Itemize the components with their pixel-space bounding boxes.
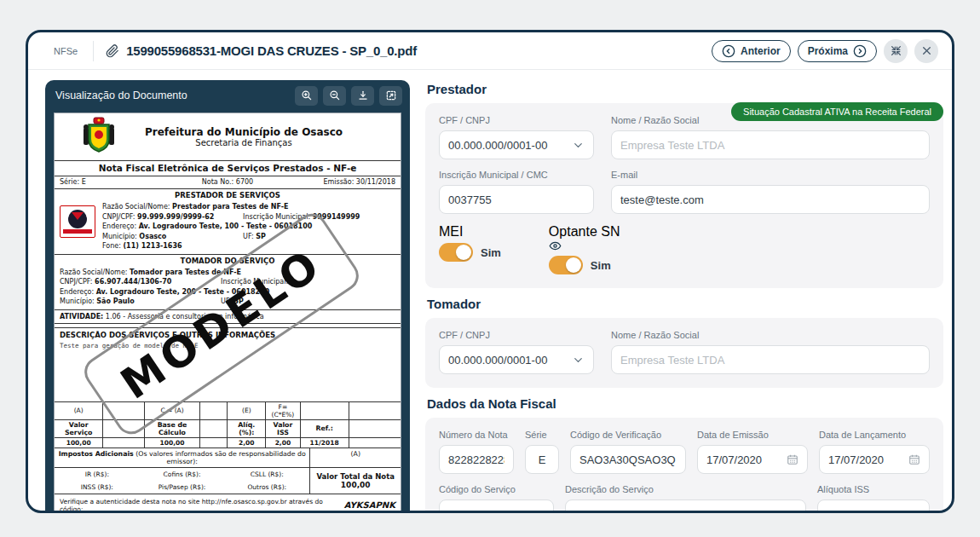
prestador-cpf-cnpj-select[interactable]: 00.000.000/0001-00: [439, 130, 594, 159]
tomador-nome-label: Nome / Razão Social: [611, 330, 930, 340]
document-viewer-panel: Visualização do Documento: [45, 80, 410, 513]
chevron-left-circle-icon: [722, 44, 735, 58]
codigo-verificacao-label: Código de Verificação: [570, 430, 686, 440]
data-lancamento-label: Data de Lançamento: [819, 430, 930, 440]
calendar-icon[interactable]: [908, 453, 920, 465]
city-title: Prefeitura do Município de Osasco: [126, 126, 361, 138]
city-subtitle: Secretaria de Finanças: [126, 138, 361, 147]
optante-state: Sim: [591, 259, 611, 272]
next-button[interactable]: Próxima: [798, 40, 877, 62]
descricao-servico-input[interactable]: [574, 508, 797, 514]
mei-state: Sim: [481, 246, 501, 259]
zoom-in-button[interactable]: [295, 86, 318, 106]
viewer-title: Visualização do Documento: [55, 90, 187, 101]
dados-title: Dados da Nota Fiscal: [427, 396, 943, 411]
section-dados-nota: Dados da Nota Fiscal Número da Nota Séri…: [425, 396, 943, 513]
chevron-down-icon: [572, 354, 585, 367]
impostos-header: Impostos Adicionais (Os valores informad…: [55, 448, 401, 468]
numero-nota-input[interactable]: [448, 453, 504, 466]
tomador-nome-input[interactable]: [620, 354, 920, 367]
close-icon: [921, 45, 932, 56]
chevron-down-icon: [572, 139, 585, 152]
zoom-in-icon: [301, 90, 313, 101]
doc-spacer: [55, 352, 401, 401]
total-value: 100,00: [341, 481, 371, 489]
tomador-section-header: TOMADOR DO SERVIÇO: [55, 255, 401, 266]
prestador-section-header: PRESTADOR DE SERVIÇOS: [55, 189, 401, 200]
numero-label: Número da Nota: [439, 430, 514, 440]
nfe-serie: Série: E: [60, 178, 171, 186]
tomador-cpf-cnpj-select[interactable]: 00.000.000/0001-00: [439, 345, 594, 374]
aliquota-input[interactable]: [827, 508, 920, 514]
nfe-emission: Emissão: 30/11/2018: [284, 178, 395, 186]
city-crest-icon: [82, 116, 116, 159]
company-logo-icon: [60, 205, 95, 238]
zoom-out-icon: [329, 90, 341, 101]
values-table: (A) C = (A) (E)F=(C*E%) Valor Serviço Ba…: [55, 401, 401, 448]
data-emissao-label: Data de Emissão: [697, 430, 808, 440]
codigo-servico-label: Código do Serviço: [439, 484, 554, 494]
descricao-value: Teste para geração de modelo de NF-E: [55, 341, 401, 352]
verification-code: AYKSAPNK: [344, 500, 395, 510]
pdf-header: Prefeitura do Município de Osasco Secret…: [55, 113, 401, 161]
eye-icon[interactable]: [549, 240, 620, 252]
nfe-title: Nota Fiscal Eletrônica de Serviços Prest…: [55, 161, 401, 176]
optante-toggle[interactable]: [549, 256, 583, 274]
zoom-out-button[interactable]: [323, 86, 346, 106]
serie-input[interactable]: [534, 453, 550, 466]
compress-icon: [891, 45, 902, 56]
viewer-header: Visualização do Documento: [45, 80, 410, 111]
email-label: E-mail: [611, 170, 930, 180]
nfe-number: Nota No.: 6700: [171, 178, 283, 186]
inscricao-label: Inscrição Municipal / CMC: [439, 170, 594, 180]
tomador-block: Razão Social/Nome: Tomador para Testes d…: [55, 266, 401, 310]
mei-label: MEI: [439, 224, 501, 240]
form-panel: Prestador Situação Cadastral ATIVA na Re…: [410, 70, 954, 511]
app-label: NFSe: [40, 46, 93, 56]
descricao-servico-label: Descrição do Serviço: [565, 484, 806, 494]
total-label: Valor Total da Nota: [316, 472, 394, 481]
aliquota-label: Alíquota ISS: [817, 484, 930, 494]
optante-label: Optante SN: [549, 224, 620, 239]
data-emissao-input[interactable]: [706, 453, 787, 466]
atividade-row: ATIVIDADE: 1.06 - Assessoria e consultor…: [55, 310, 401, 324]
previous-button[interactable]: Anterior: [712, 40, 791, 62]
prestador-title: Prestador: [427, 82, 943, 96]
expand-icon: [385, 90, 397, 101]
tomador-title: Tomador: [427, 297, 943, 311]
close-button[interactable]: [914, 39, 938, 63]
header-divider: [93, 41, 94, 61]
prestador-nome-input[interactable]: [620, 139, 920, 152]
prestador-inscricao-input[interactable]: [448, 193, 585, 206]
chevron-right-circle-icon: [853, 44, 867, 58]
codigo-verificacao-input[interactable]: [579, 453, 677, 466]
calendar-icon[interactable]: [787, 453, 798, 465]
section-tomador: Tomador CPF / CNPJ 00.000.000/0001-00 No…: [425, 297, 943, 388]
data-lancamento-input[interactable]: [828, 453, 908, 466]
main-window: NFSe 1599055968531-MOGI DAS CRUZES - SP_…: [26, 30, 954, 513]
document-title: 1599055968531-MOGI DAS CRUZES - SP_0_0.p…: [126, 43, 417, 58]
nfe-meta-row: Série: E Nota No.: 6700 Emissão: 30/11/2…: [55, 176, 401, 189]
mei-toggle[interactable]: [439, 243, 473, 262]
expand-button[interactable]: [379, 86, 402, 106]
verify-row: Verifique a autenticidade desta nota no …: [55, 494, 401, 514]
serie-label: Série: [525, 430, 559, 440]
status-badge: Situação Cadastral ATIVA na Receita Fede…: [731, 102, 943, 121]
descricao-header: DESCRIÇÃO DOS SERVIÇOS E OUTRAS INFORMAÇ…: [55, 327, 401, 341]
impostos-grid: IR (R$):Cofins (R$):CSLL (R$): INSS (R$)…: [55, 468, 401, 494]
download-icon: [357, 90, 369, 101]
pdf-page: Prefeitura do Município de Osasco Secret…: [54, 113, 401, 513]
cpf-cnpj-label: CPF / CNPJ: [439, 115, 594, 125]
download-button[interactable]: [351, 86, 374, 106]
codigo-servico-input[interactable]: [448, 508, 545, 514]
section-prestador: Prestador Situação Cadastral ATIVA na Re…: [425, 82, 943, 288]
paperclip-icon: [106, 44, 119, 58]
tomador-cpf-cnpj-label: CPF / CNPJ: [439, 330, 594, 340]
prestador-email-input[interactable]: [620, 193, 920, 206]
window-header: NFSe 1599055968531-MOGI DAS CRUZES - SP_…: [28, 32, 952, 70]
prestador-block: Razão Social/Nome: Prestador para Testes…: [55, 200, 401, 255]
collapse-button[interactable]: [884, 39, 908, 63]
